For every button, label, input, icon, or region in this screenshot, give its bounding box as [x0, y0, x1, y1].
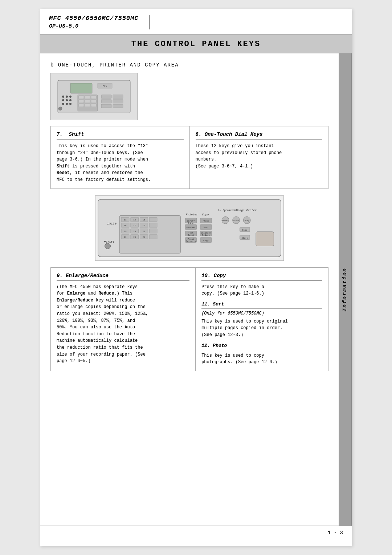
- shift-title: 7. Shift: [57, 131, 184, 140]
- svg-text:15: 15: [143, 219, 146, 221]
- top-header: MFC 4550/6550MC/7550MC OP-US-5.0: [40, 9, 352, 35]
- main-content: b ONE-TOUCH, PRINTER AND COPY AREA MFC: [40, 53, 339, 526]
- svg-text:imile: imile: [107, 222, 117, 226]
- bottom-cards-row: 9. Enlarge/Reduce (The MFC 4550 has sepa…: [50, 267, 328, 371]
- enlarge-reduce-title: 9. Enlarge/Reduce: [57, 273, 189, 281]
- svg-rect-20: [79, 104, 84, 107]
- svg-text:MFC: MFC: [103, 85, 107, 88]
- svg-rect-14: [79, 96, 84, 99]
- svg-text:20: 20: [133, 230, 136, 232]
- svg-point-4: [62, 96, 64, 98]
- svg-point-9: [66, 103, 68, 105]
- sort-body: This key is used to copy original multip…: [201, 318, 322, 339]
- svg-text:19: 19: [124, 230, 127, 232]
- svg-text:Printer: Printer: [186, 213, 198, 216]
- svg-text:L← Speaker →H: L← Speaker →H: [218, 208, 238, 211]
- one-touch-card: 8. One-Touch Dial Keys These 12 keys giv…: [190, 126, 328, 189]
- svg-point-6: [62, 103, 64, 105]
- svg-rect-19: [91, 100, 96, 103]
- svg-rect-18: [85, 100, 90, 103]
- main-title: THE CONTROL PANEL KEYS: [40, 40, 352, 49]
- svg-text:22: 22: [124, 236, 127, 238]
- photo-title: 12. Photo: [201, 343, 322, 350]
- svg-point-11: [69, 99, 72, 101]
- svg-text:FF/Cost: FF/Cost: [187, 226, 196, 229]
- svg-text:Copy: Copy: [203, 239, 209, 242]
- svg-text:23: 23: [133, 236, 136, 238]
- panel-image-container: imile ▼Shift 13 14 15: [50, 195, 328, 261]
- top-right: [157, 15, 343, 29]
- svg-text:Start: Start: [241, 236, 248, 239]
- svg-text:Copy: Copy: [202, 213, 209, 216]
- svg-point-29: [58, 107, 62, 110]
- copy-title: 10. Copy: [201, 273, 322, 281]
- shift-body: This key is used to access the “13” thro…: [57, 143, 184, 183]
- svg-text:Play: Play: [245, 220, 249, 222]
- svg-text:Reduce: Reduce: [202, 234, 210, 236]
- svg-rect-26: [113, 100, 123, 103]
- svg-rect-28: [113, 104, 123, 108]
- sort-note: (Only for 6550MC/7550MC): [201, 311, 322, 316]
- svg-point-10: [69, 96, 72, 98]
- header-divider: [149, 15, 150, 29]
- top-left: MFC 4550/6550MC/7550MC OP-US-5.0: [49, 15, 142, 29]
- copy-body: Press this key to make a copy. (See page…: [201, 284, 322, 297]
- svg-text:16: 16: [124, 224, 127, 227]
- page-footer: 1 - 3: [40, 526, 352, 539]
- svg-point-7: [66, 96, 68, 98]
- copy-sort-photo-card: 10. Copy Press this key to make a copy. …: [196, 268, 328, 371]
- svg-text:Stop: Stop: [242, 228, 248, 231]
- svg-text:▼Shift: ▼Shift: [104, 240, 114, 243]
- area-label: b ONE-TOUCH, PRINTER AND COPY AREA: [50, 62, 328, 68]
- svg-text:13: 13: [124, 219, 127, 221]
- svg-text:24: 24: [143, 236, 146, 238]
- side-tab: Information: [339, 53, 352, 526]
- svg-rect-27: [101, 104, 111, 108]
- svg-text:17: 17: [133, 224, 136, 227]
- one-touch-body: These 12 keys give you instant access to…: [196, 143, 323, 170]
- svg-rect-16: [91, 96, 96, 99]
- photo-body: This key is used to copy photographs. (S…: [201, 352, 322, 366]
- svg-text:Erase: Erase: [233, 220, 239, 222]
- page: MFC 4550/6550MC/7550MC OP-US-5.0 THE CON…: [40, 9, 352, 546]
- svg-text:Priority: Priority: [186, 240, 196, 242]
- enlarge-reduce-body: (The MFC 4550 has separate keys for Enla…: [57, 284, 189, 365]
- sort-title: 11. Sort: [201, 301, 322, 309]
- svg-text:Reset: Reset: [188, 234, 194, 236]
- model-title: MFC 4550/6550MC/7550MC: [49, 15, 142, 22]
- one-touch-title: 8. One-Touch Dial Keys: [196, 131, 323, 140]
- content-wrapper: b ONE-TOUCH, PRINTER AND COPY AREA MFC: [40, 53, 352, 526]
- svg-point-5: [62, 99, 64, 101]
- svg-point-33: [105, 243, 111, 249]
- svg-rect-15: [85, 96, 90, 99]
- svg-point-12: [69, 103, 72, 105]
- svg-text:18: 18: [143, 224, 146, 227]
- svg-rect-61: [149, 229, 157, 233]
- svg-point-8: [66, 99, 68, 101]
- main-header-band: THE CONTROL PANEL KEYS: [40, 35, 352, 53]
- svg-rect-17: [79, 100, 84, 103]
- svg-rect-1: [70, 83, 92, 93]
- svg-text:14: 14: [133, 219, 136, 221]
- top-cards-row: 7. Shift This key is used to access the …: [50, 126, 328, 189]
- device-image: MFC: [50, 73, 138, 120]
- svg-rect-97: [256, 231, 274, 246]
- panel-image: imile ▼Shift 13 14 15: [95, 195, 284, 261]
- panel-svg: imile ▼Shift 13 14 15: [95, 196, 283, 260]
- svg-rect-59: [149, 217, 157, 222]
- svg-rect-22: [91, 104, 96, 107]
- svg-text:Photo: Photo: [203, 220, 209, 222]
- svg-rect-62: [149, 234, 157, 239]
- svg-rect-60: [149, 223, 157, 227]
- svg-text:21: 21: [143, 230, 146, 232]
- page-number: 1 - 3: [328, 530, 343, 536]
- svg-text:Line: Line: [188, 222, 194, 224]
- enlarge-reduce-card: 9. Enlarge/Reduce (The MFC 4550 has sepa…: [51, 268, 196, 371]
- svg-text:Record: Record: [222, 220, 229, 222]
- op-version: OP-US-5.0: [49, 23, 142, 29]
- svg-rect-25: [101, 100, 111, 103]
- device-illustration: MFC: [56, 77, 132, 117]
- svg-text:Sort: Sort: [203, 226, 208, 229]
- svg-rect-21: [85, 104, 90, 107]
- shift-card: 7. Shift This key is used to access the …: [51, 126, 190, 189]
